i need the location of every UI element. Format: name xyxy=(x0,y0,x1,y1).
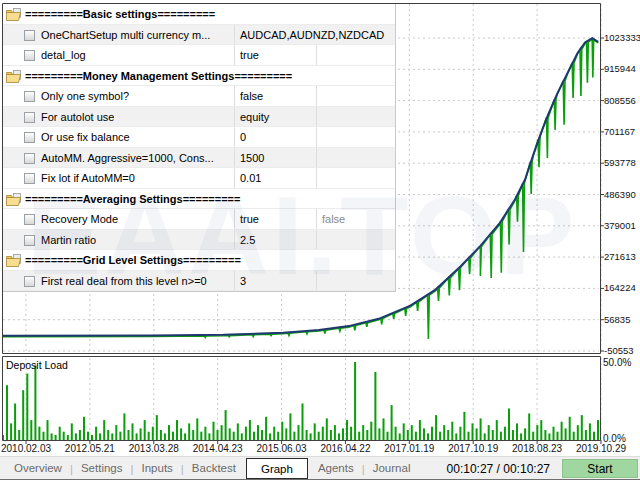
y-axis-label: 701167 xyxy=(604,126,635,137)
param-checkbox[interactable] xyxy=(24,50,35,61)
folder-icon xyxy=(6,193,22,206)
section-header-label: =========Grid Level Settings========= xyxy=(25,250,241,270)
column-divider xyxy=(234,127,235,147)
x-axis-date-label: 2010.02.03 xyxy=(0,443,62,454)
x-axis-date-label: 2016.04.22 xyxy=(309,443,381,454)
section-header-label: =========Money Management Settings======… xyxy=(25,66,292,86)
column-divider xyxy=(316,86,317,106)
settings-section-header: =========Basic settings========= xyxy=(3,4,395,25)
param-name: Recovery Mode xyxy=(41,209,118,229)
settings-param-row[interactable]: OneChartSetup multi currency m...AUDCAD,… xyxy=(3,25,395,46)
x-axis-date-label: 2018.08.23 xyxy=(501,443,573,454)
settings-param-row[interactable]: Recovery Modetruefalse xyxy=(3,209,395,230)
y-axis-label: 164224 xyxy=(604,282,636,293)
param-name: Fix lot if AutoMM=0 xyxy=(41,168,135,188)
x-axis-date-label: 2019.10.29 xyxy=(565,443,637,454)
section-header-label: =========Basic settings========= xyxy=(25,4,215,24)
param-value[interactable]: 3 xyxy=(240,271,246,291)
tester-tab-bar: Overview|Settings|Inputs|BacktestGraphAg… xyxy=(0,456,640,480)
param-name: First real deal from this level n>=0 xyxy=(41,271,207,291)
column-divider xyxy=(316,209,317,229)
column-divider xyxy=(234,107,235,127)
column-divider xyxy=(316,45,317,65)
column-divider xyxy=(316,230,317,250)
settings-param-row[interactable]: Or use fix balance0 xyxy=(3,127,395,148)
tab-agents[interactable]: Agents xyxy=(310,457,362,480)
y-axis-label: -50553 xyxy=(604,345,634,356)
x-axis-date-label: 2015.06.03 xyxy=(246,443,318,454)
tab-overview[interactable]: Overview xyxy=(6,457,70,480)
y-axis-label: 56835 xyxy=(604,314,630,325)
param-checkbox[interactable] xyxy=(24,132,35,143)
section-header-label: =========Averaging Settings========= xyxy=(25,189,240,209)
settings-param-row[interactable]: First real deal from this level n>=03 xyxy=(3,271,395,292)
column-divider xyxy=(234,25,235,45)
param-checkbox[interactable] xyxy=(24,214,35,225)
param-name: Only one symbol? xyxy=(41,86,129,106)
strategy-tester-window: 1023333915944808556701167593778486390379… xyxy=(0,0,640,480)
settings-section-header: =========Grid Level Settings========= xyxy=(3,250,395,271)
param-checkbox[interactable] xyxy=(24,153,35,164)
tab-inputs[interactable]: Inputs xyxy=(134,457,181,480)
param-checkbox[interactable] xyxy=(24,173,35,184)
column-divider xyxy=(316,107,317,127)
param-extra-value: false xyxy=(322,209,345,229)
param-checkbox[interactable] xyxy=(24,235,35,246)
column-divider xyxy=(234,45,235,65)
settings-section-header: =========Averaging Settings========= xyxy=(3,189,395,210)
column-divider xyxy=(234,271,235,291)
x-axis-date-label: 2012.05.21 xyxy=(54,443,126,454)
y-axis-label: 593778 xyxy=(604,157,636,168)
deposit-load-min-label: 0.0% xyxy=(603,433,626,444)
column-divider xyxy=(316,168,317,188)
start-button[interactable]: Start xyxy=(562,459,638,478)
column-divider xyxy=(234,209,235,229)
param-name: detal_log xyxy=(41,45,86,65)
param-value[interactable]: true xyxy=(240,45,259,65)
folder-icon xyxy=(6,254,22,267)
param-checkbox[interactable] xyxy=(24,112,35,123)
param-checkbox[interactable] xyxy=(24,276,35,287)
tab-settings[interactable]: Settings xyxy=(73,457,131,480)
settings-param-row[interactable]: Only one symbol?false xyxy=(3,86,395,107)
y-axis-label: 271613 xyxy=(604,251,636,262)
settings-param-row[interactable]: AutoMM. Aggressive=1000, Cons...1500 xyxy=(3,148,395,169)
tab-backtest[interactable]: Backtest xyxy=(184,457,244,480)
tab-graph[interactable]: Graph xyxy=(246,458,308,479)
folder-icon xyxy=(6,70,22,83)
param-name: AutoMM. Aggressive=1000, Cons... xyxy=(41,148,214,168)
settings-param-row[interactable]: Martin ratio2.5 xyxy=(3,230,395,251)
param-checkbox[interactable] xyxy=(24,91,35,102)
param-name: Or use fix balance xyxy=(41,127,130,147)
y-axis-label: 808556 xyxy=(604,95,636,106)
column-divider xyxy=(234,148,235,168)
settings-param-row[interactable]: For autolot useequity xyxy=(3,107,395,128)
folder-icon xyxy=(6,8,22,21)
deposit-load-chart xyxy=(0,356,604,446)
param-value[interactable]: equity xyxy=(240,107,269,127)
x-axis-date-label: 2014.04.23 xyxy=(182,443,254,454)
settings-param-row[interactable]: Fix lot if AutoMM=00.01 xyxy=(3,168,395,189)
param-value[interactable]: false xyxy=(240,86,263,106)
param-value[interactable]: 1500 xyxy=(240,148,264,168)
param-value[interactable]: 0.01 xyxy=(240,168,261,188)
param-name: For autolot use xyxy=(41,107,114,127)
y-axis-label: 1023333 xyxy=(604,32,640,43)
column-divider xyxy=(316,148,317,168)
param-name: OneChartSetup multi currency m... xyxy=(41,25,210,45)
param-value[interactable]: true xyxy=(240,209,259,229)
tab-journal[interactable]: Journal xyxy=(365,457,419,480)
y-axis-label: 379001 xyxy=(604,220,636,231)
column-divider xyxy=(234,86,235,106)
y-axis-label: 915944 xyxy=(604,63,636,74)
column-divider xyxy=(234,230,235,250)
inputs-panel: =========Basic settings=========OneChart… xyxy=(3,4,396,292)
elapsed-time: 00:10:27 / 00:10:27 xyxy=(447,462,550,476)
param-checkbox[interactable] xyxy=(24,30,35,41)
param-value[interactable]: AUDCAD,AUDNZD,NZDCAD xyxy=(240,25,384,45)
deposit-load-max-label: 50.0% xyxy=(603,357,631,368)
param-value[interactable]: 2.5 xyxy=(240,230,255,250)
param-value[interactable]: 0 xyxy=(240,127,246,147)
column-divider xyxy=(316,127,317,147)
settings-param-row[interactable]: detal_logtrue xyxy=(3,45,395,66)
